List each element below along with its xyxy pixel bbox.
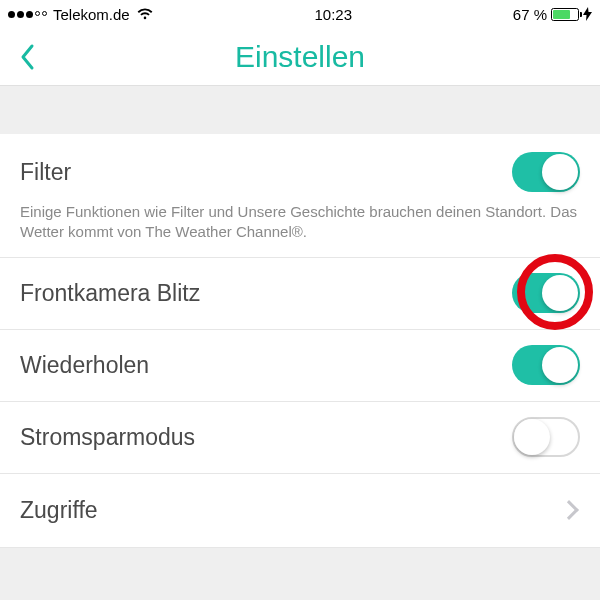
replay-label: Wiederholen	[20, 352, 149, 379]
filter-hint: Einige Funktionen wie Filter und Unsere …	[0, 198, 600, 258]
front-flash-label: Frontkamera Blitz	[20, 280, 200, 307]
wifi-icon	[136, 6, 154, 23]
row-power-save: Stromsparmodus	[0, 402, 600, 474]
filter-toggle[interactable]	[512, 152, 580, 192]
nav-bar: Einstellen	[0, 28, 600, 86]
row-filter: Filter	[0, 134, 600, 198]
row-permissions[interactable]: Zugriffe	[0, 474, 600, 548]
front-flash-toggle[interactable]	[512, 273, 580, 313]
carrier-label: Telekom.de	[53, 6, 130, 23]
status-right: 67 %	[513, 6, 592, 23]
battery-percent: 67 %	[513, 6, 547, 23]
power-save-label: Stromsparmodus	[20, 424, 195, 451]
permissions-label: Zugriffe	[20, 497, 98, 524]
back-button[interactable]	[12, 37, 42, 77]
row-replay: Wiederholen	[0, 330, 600, 402]
page-title: Einstellen	[0, 40, 600, 74]
toggle-knob	[542, 275, 578, 311]
toggle-knob	[542, 347, 578, 383]
charging-icon	[583, 7, 592, 21]
signal-strength-icon	[8, 11, 47, 18]
replay-toggle[interactable]	[512, 345, 580, 385]
battery-icon	[551, 8, 579, 21]
chevron-right-icon	[559, 500, 579, 520]
status-left: Telekom.de	[8, 6, 154, 23]
settings-list: Filter Einige Funktionen wie Filter und …	[0, 134, 600, 548]
filter-label: Filter	[20, 159, 71, 186]
power-save-toggle[interactable]	[512, 417, 580, 457]
toggle-knob	[514, 419, 550, 455]
clock: 10:23	[314, 6, 352, 23]
toggle-knob	[542, 154, 578, 190]
section-spacer	[0, 86, 600, 134]
row-front-flash: Frontkamera Blitz	[0, 258, 600, 330]
battery-fill	[553, 10, 570, 19]
status-bar: Telekom.de 10:23 67 %	[0, 0, 600, 28]
chevron-left-icon	[19, 43, 35, 71]
